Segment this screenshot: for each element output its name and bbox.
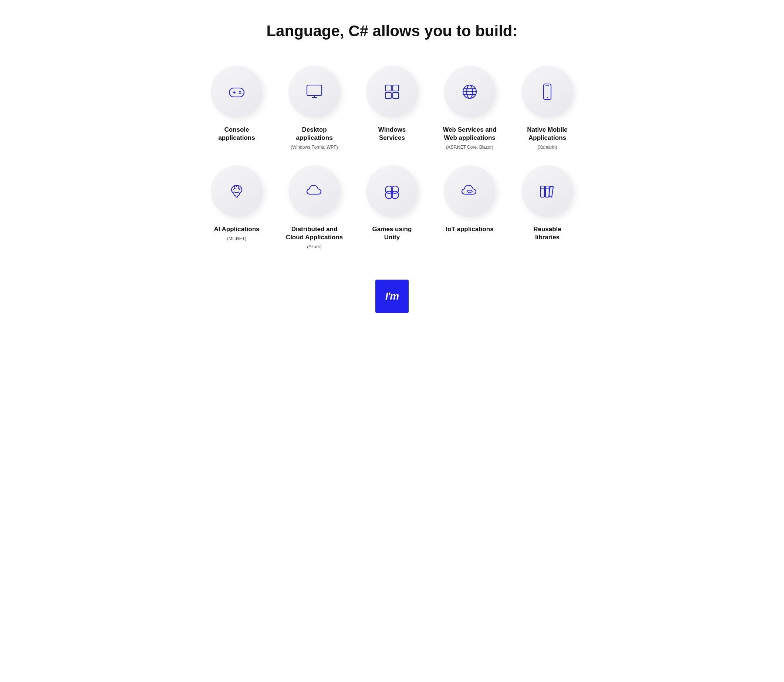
- brain-icon: [227, 182, 246, 201]
- icon-circle-games: [366, 165, 418, 217]
- card-windows-title: WindowsServices: [378, 126, 406, 142]
- card-mobile-title: Native MobileApplications: [527, 126, 568, 142]
- svg-rect-11: [393, 85, 398, 91]
- logo-box: I'm: [375, 280, 409, 313]
- card-desktop-title: Desktopapplications: [296, 126, 333, 142]
- svg-line-23: [234, 186, 235, 188]
- icon-circle-libraries: [521, 165, 573, 217]
- globe-icon: [460, 82, 479, 101]
- card-cloud: Distributed andCloud Applications (Azure…: [281, 165, 347, 250]
- card-desktop: Desktopapplications (Windows Forms, WPF): [281, 66, 347, 151]
- cloudwifi-icon: [460, 182, 479, 201]
- windows-icon: [382, 82, 402, 101]
- card-web-title: Web Services andWeb applications: [443, 126, 496, 142]
- svg-rect-0: [229, 88, 244, 97]
- card-games-title: Games usingUnity: [372, 225, 412, 242]
- card-libraries: Reusablelibraries: [514, 165, 581, 250]
- card-cloud-subtitle: (Azure): [307, 244, 321, 250]
- icon-circle-windows: [366, 66, 418, 118]
- card-console: Consoleapplications: [203, 66, 270, 151]
- svg-point-4: [241, 93, 242, 94]
- page-title: Language, C# allows you to build:: [266, 22, 517, 40]
- logo-text: I'm: [386, 290, 398, 302]
- gamepad-icon: [227, 82, 246, 101]
- card-desktop-subtitle: (Windows Forms, WPF): [291, 144, 338, 151]
- svg-point-5: [241, 91, 242, 92]
- books-icon: [538, 182, 557, 201]
- svg-point-6: [239, 93, 240, 94]
- icon-circle-iot: [444, 165, 496, 217]
- svg-rect-7: [307, 85, 322, 96]
- cards-grid: Consoleapplications Desktopapplications …: [189, 66, 595, 250]
- icon-circle-ai: [211, 165, 263, 217]
- card-cloud-title: Distributed andCloud Applications: [286, 225, 343, 242]
- svg-point-21: [547, 97, 548, 98]
- logo-wrapper: I'm: [375, 280, 409, 313]
- cloud-icon: [305, 182, 324, 201]
- phone-icon: [538, 82, 557, 101]
- svg-rect-12: [386, 92, 391, 98]
- svg-rect-30: [541, 186, 544, 197]
- card-ai: AI Applications (ML.NET): [203, 165, 270, 250]
- card-windows: WindowsServices: [359, 66, 425, 151]
- icon-circle-mobile: [521, 66, 573, 118]
- card-libraries-title: Reusablelibraries: [533, 225, 561, 242]
- card-console-title: Consoleapplications: [218, 126, 255, 142]
- icon-circle-desktop: [288, 66, 340, 118]
- icon-circle-cloud: [288, 165, 340, 217]
- card-iot: IoT applications: [437, 165, 503, 250]
- card-iot-title: IoT applications: [446, 225, 493, 233]
- svg-rect-10: [386, 85, 391, 91]
- icon-circle-web: [444, 66, 496, 118]
- card-mobile-subtitle: (Xamarin): [538, 144, 557, 151]
- svg-rect-13: [393, 92, 398, 98]
- svg-point-29: [469, 193, 470, 194]
- card-web: Web Services andWeb applications (ASP.NE…: [437, 66, 503, 151]
- card-ai-title: AI Applications: [214, 225, 259, 233]
- gamecontroller-icon: [382, 182, 402, 201]
- card-games: Games usingUnity: [359, 165, 425, 250]
- svg-point-3: [239, 91, 240, 92]
- icon-circle-console: [211, 66, 263, 118]
- card-mobile: Native MobileApplications (Xamarin): [514, 66, 581, 151]
- svg-line-24: [239, 186, 239, 188]
- card-web-subtitle: (ASP.NET Core, Blazor): [446, 144, 493, 151]
- monitor-icon: [305, 82, 324, 101]
- card-ai-subtitle: (ML.NET): [227, 236, 246, 242]
